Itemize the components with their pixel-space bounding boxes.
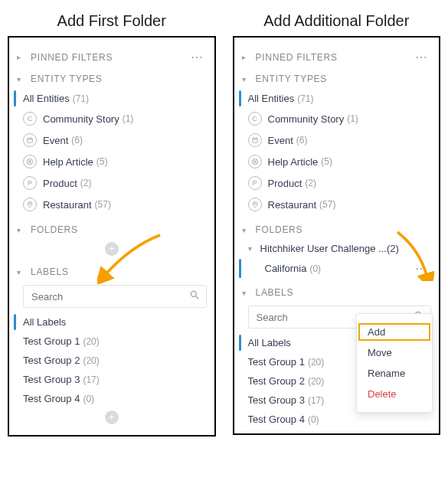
folders-header[interactable]: ▾ FOLDERS xyxy=(234,220,440,240)
entity-list: All Entities (71) C Community Story (1) … xyxy=(234,89,440,215)
pinned-filters-header[interactable]: ▸ PINNED FILTERS ⋯ xyxy=(9,45,214,69)
pinned-filters-label: PINNED FILTERS xyxy=(31,52,188,63)
entity-item-name: Restaurant xyxy=(43,199,92,211)
pinned-filters-label: PINNED FILTERS xyxy=(256,52,413,63)
chevron-down-icon: ▾ xyxy=(17,268,26,276)
labels-list: All Labels Test Group 1 (20) Test Group … xyxy=(9,312,214,408)
chevron-right-icon: ▸ xyxy=(242,53,251,61)
entity-item[interactable]: Help Article (5) xyxy=(9,151,214,172)
entity-item-name: Product xyxy=(268,178,302,189)
entity-icon xyxy=(23,155,37,168)
entity-item[interactable]: P Product (2) xyxy=(234,172,440,194)
entity-types-header[interactable]: ▾ ENTITY TYPES xyxy=(9,69,214,89)
folders-label: FOLDERS xyxy=(256,224,432,235)
label-item[interactable]: Test Group 4 (0) xyxy=(9,389,214,408)
entity-item-count: (6) xyxy=(296,135,308,146)
label-item-name: Test Group 3 xyxy=(23,374,80,385)
entity-item-name: Event xyxy=(268,135,293,146)
entity-icon xyxy=(248,198,262,211)
entity-item-count: (57) xyxy=(95,199,111,210)
add-label-button[interactable]: + xyxy=(9,408,214,430)
svg-line-22 xyxy=(253,162,254,164)
label-item-count: (20) xyxy=(308,376,324,387)
add-folder-empty[interactable]: + xyxy=(9,240,214,262)
entity-item[interactable]: C Community Story (1) xyxy=(9,108,214,129)
menu-add[interactable]: Add xyxy=(357,322,432,342)
plus-icon: + xyxy=(105,242,119,256)
chevron-down-icon: ▾ xyxy=(242,226,251,234)
search-input[interactable] xyxy=(30,290,189,303)
column-title-right: Add Additional Folder xyxy=(233,12,441,30)
entity-item[interactable]: Event (6) xyxy=(234,129,440,151)
entity-item[interactable]: C Community Story (1) xyxy=(234,108,440,129)
entity-item-count: (71) xyxy=(297,93,313,104)
folders-label: FOLDERS xyxy=(31,224,207,235)
svg-line-6 xyxy=(28,159,29,161)
entity-item[interactable]: Help Article (5) xyxy=(234,151,440,172)
entity-item-name: All Entities xyxy=(23,93,70,104)
svg-line-9 xyxy=(28,162,29,164)
entity-all[interactable]: All Entities (71) xyxy=(234,89,440,108)
entity-item-name: Help Article xyxy=(43,156,93,168)
svg-point-18 xyxy=(253,161,256,163)
entity-item-name: All Entities xyxy=(248,93,295,104)
entity-item[interactable]: P Product (2) xyxy=(9,172,214,194)
entity-item-count: (5) xyxy=(96,156,108,167)
folder-context-menu: Add Move Rename Delete xyxy=(356,313,433,413)
pinned-filters-menu-icon[interactable]: ⋯ xyxy=(412,50,431,64)
menu-move[interactable]: Move xyxy=(357,342,432,363)
entity-item-name: Help Article xyxy=(268,156,319,168)
entity-item-count: (1) xyxy=(123,113,134,124)
entity-icon: P xyxy=(248,176,262,190)
menu-delete[interactable]: Delete xyxy=(357,384,432,404)
svg-line-12 xyxy=(195,296,198,299)
labels-header[interactable]: ▾ LABELS xyxy=(234,283,440,302)
label-item-count: (0) xyxy=(308,414,319,425)
entity-item-name: Community Story xyxy=(268,113,345,125)
folder-child-item[interactable]: California (0) ⋯ xyxy=(234,257,440,280)
label-item-count: (20) xyxy=(308,357,324,368)
right-panel: ▸ PINNED FILTERS ⋯ ▾ ENTITY TYPES All En… xyxy=(233,36,441,435)
label-item[interactable]: Test Group 3 (17) xyxy=(9,370,214,389)
entity-item-count: (2) xyxy=(80,178,92,188)
entity-item-name: Event xyxy=(43,135,68,146)
pinned-filters-menu-icon[interactable]: ⋯ xyxy=(188,50,207,64)
label-item[interactable]: Test Group 1 (20) xyxy=(9,332,214,351)
chevron-down-icon: ▾ xyxy=(242,289,251,297)
pinned-filters-header[interactable]: ▸ PINNED FILTERS ⋯ xyxy=(234,45,440,69)
column-title-left: Add First Folder xyxy=(8,12,216,30)
svg-point-11 xyxy=(191,291,196,296)
folder-item-menu-icon[interactable]: ⋯ xyxy=(412,261,431,276)
label-item-name: Test Group 2 xyxy=(23,355,80,366)
label-item[interactable]: Test Group 2 (20) xyxy=(9,351,214,370)
chevron-right-icon: ▸ xyxy=(17,53,26,61)
labels-search[interactable] xyxy=(23,285,207,308)
entity-item[interactable]: Event (6) xyxy=(9,129,214,151)
label-items-container: Test Group 1 (20) Test Group 2 (20) Test… xyxy=(9,332,214,408)
entity-list: All Entities (71) C Community Story (1) … xyxy=(9,89,214,215)
label-item-count: (0) xyxy=(83,394,94,404)
folder-item[interactable]: ▾ Hitchhiker User Challenge ... (2) xyxy=(234,240,440,257)
entity-item[interactable]: Restaurant (57) xyxy=(234,194,440,215)
labels-all-name: All Labels xyxy=(23,316,66,328)
svg-rect-13 xyxy=(252,139,257,143)
svg-line-7 xyxy=(31,162,32,164)
entity-all[interactable]: All Entities (71) xyxy=(9,89,214,108)
entity-item-count: (5) xyxy=(321,156,332,167)
labels-header[interactable]: ▾ LABELS xyxy=(9,262,214,282)
folders-header[interactable]: ▾ FOLDERS xyxy=(9,220,214,240)
label-item-name: Test Group 3 xyxy=(248,394,305,406)
entity-item-count: (1) xyxy=(347,113,358,124)
svg-point-5 xyxy=(29,161,31,163)
entity-icon: P xyxy=(23,176,37,190)
entity-icon: C xyxy=(23,112,37,126)
label-item-name: Test Group 1 xyxy=(23,335,80,347)
labels-all[interactable]: All Labels xyxy=(9,312,214,332)
entity-types-header[interactable]: ▾ ENTITY TYPES xyxy=(234,69,440,89)
entity-item[interactable]: Restaurant (57) xyxy=(9,194,214,215)
menu-rename[interactable]: Rename xyxy=(357,363,432,384)
label-item-count: (20) xyxy=(83,336,99,347)
chevron-down-icon: ▾ xyxy=(17,226,26,234)
plus-icon: + xyxy=(105,410,119,424)
label-item-name: Test Group 4 xyxy=(248,414,305,425)
